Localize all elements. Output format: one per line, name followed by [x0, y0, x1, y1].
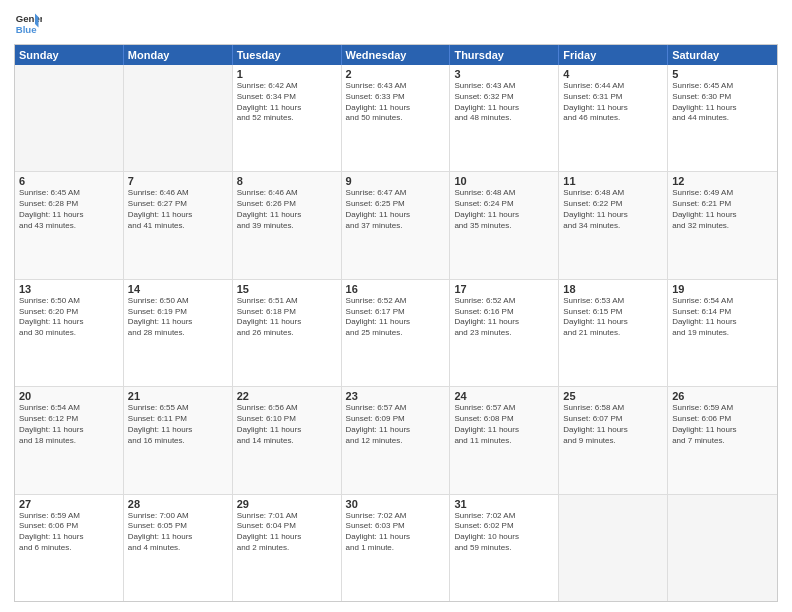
- day-number: 6: [19, 175, 119, 187]
- calendar-cell: 13Sunrise: 6:50 AMSunset: 6:20 PMDayligh…: [15, 280, 124, 386]
- calendar-cell: 30Sunrise: 7:02 AMSunset: 6:03 PMDayligh…: [342, 495, 451, 601]
- day-number: 12: [672, 175, 773, 187]
- calendar-cell: 31Sunrise: 7:02 AMSunset: 6:02 PMDayligh…: [450, 495, 559, 601]
- header-day-monday: Monday: [124, 45, 233, 65]
- calendar-cell: 10Sunrise: 6:48 AMSunset: 6:24 PMDayligh…: [450, 172, 559, 278]
- day-number: 16: [346, 283, 446, 295]
- logo: General Blue: [14, 10, 42, 38]
- calendar-cell: 29Sunrise: 7:01 AMSunset: 6:04 PMDayligh…: [233, 495, 342, 601]
- calendar-cell: 25Sunrise: 6:58 AMSunset: 6:07 PMDayligh…: [559, 387, 668, 493]
- day-number: 13: [19, 283, 119, 295]
- header-day-tuesday: Tuesday: [233, 45, 342, 65]
- calendar-cell: 12Sunrise: 6:49 AMSunset: 6:21 PMDayligh…: [668, 172, 777, 278]
- cell-info: Sunrise: 6:44 AMSunset: 6:31 PMDaylight:…: [563, 81, 663, 124]
- cell-info: Sunrise: 6:59 AMSunset: 6:06 PMDaylight:…: [19, 511, 119, 554]
- calendar-row-1: 1Sunrise: 6:42 AMSunset: 6:34 PMDaylight…: [15, 65, 777, 171]
- cell-info: Sunrise: 6:54 AMSunset: 6:14 PMDaylight:…: [672, 296, 773, 339]
- day-number: 5: [672, 68, 773, 80]
- cell-info: Sunrise: 6:58 AMSunset: 6:07 PMDaylight:…: [563, 403, 663, 446]
- cell-info: Sunrise: 6:45 AMSunset: 6:30 PMDaylight:…: [672, 81, 773, 124]
- cell-info: Sunrise: 7:02 AMSunset: 6:03 PMDaylight:…: [346, 511, 446, 554]
- day-number: 3: [454, 68, 554, 80]
- cell-info: Sunrise: 6:42 AMSunset: 6:34 PMDaylight:…: [237, 81, 337, 124]
- cell-info: Sunrise: 6:52 AMSunset: 6:16 PMDaylight:…: [454, 296, 554, 339]
- day-number: 30: [346, 498, 446, 510]
- day-number: 31: [454, 498, 554, 510]
- cell-info: Sunrise: 6:55 AMSunset: 6:11 PMDaylight:…: [128, 403, 228, 446]
- cell-info: Sunrise: 6:50 AMSunset: 6:20 PMDaylight:…: [19, 296, 119, 339]
- calendar-cell: 26Sunrise: 6:59 AMSunset: 6:06 PMDayligh…: [668, 387, 777, 493]
- day-number: 28: [128, 498, 228, 510]
- calendar-cell: 23Sunrise: 6:57 AMSunset: 6:09 PMDayligh…: [342, 387, 451, 493]
- cell-info: Sunrise: 6:43 AMSunset: 6:33 PMDaylight:…: [346, 81, 446, 124]
- calendar-body: 1Sunrise: 6:42 AMSunset: 6:34 PMDaylight…: [15, 65, 777, 601]
- calendar-cell: 20Sunrise: 6:54 AMSunset: 6:12 PMDayligh…: [15, 387, 124, 493]
- day-number: 19: [672, 283, 773, 295]
- day-number: 14: [128, 283, 228, 295]
- calendar-cell: 19Sunrise: 6:54 AMSunset: 6:14 PMDayligh…: [668, 280, 777, 386]
- calendar-cell: 15Sunrise: 6:51 AMSunset: 6:18 PMDayligh…: [233, 280, 342, 386]
- cell-info: Sunrise: 6:48 AMSunset: 6:24 PMDaylight:…: [454, 188, 554, 231]
- calendar-row-3: 13Sunrise: 6:50 AMSunset: 6:20 PMDayligh…: [15, 279, 777, 386]
- day-number: 21: [128, 390, 228, 402]
- header-day-wednesday: Wednesday: [342, 45, 451, 65]
- calendar-cell: 27Sunrise: 6:59 AMSunset: 6:06 PMDayligh…: [15, 495, 124, 601]
- cell-info: Sunrise: 7:01 AMSunset: 6:04 PMDaylight:…: [237, 511, 337, 554]
- calendar-cell: 24Sunrise: 6:57 AMSunset: 6:08 PMDayligh…: [450, 387, 559, 493]
- cell-info: Sunrise: 6:57 AMSunset: 6:09 PMDaylight:…: [346, 403, 446, 446]
- calendar-cell: [124, 65, 233, 171]
- day-number: 7: [128, 175, 228, 187]
- calendar-cell: [15, 65, 124, 171]
- day-number: 23: [346, 390, 446, 402]
- day-number: 26: [672, 390, 773, 402]
- calendar-cell: 7Sunrise: 6:46 AMSunset: 6:27 PMDaylight…: [124, 172, 233, 278]
- calendar-cell: 17Sunrise: 6:52 AMSunset: 6:16 PMDayligh…: [450, 280, 559, 386]
- cell-info: Sunrise: 7:00 AMSunset: 6:05 PMDaylight:…: [128, 511, 228, 554]
- cell-info: Sunrise: 6:54 AMSunset: 6:12 PMDaylight:…: [19, 403, 119, 446]
- logo-icon: General Blue: [14, 10, 42, 38]
- calendar-row-5: 27Sunrise: 6:59 AMSunset: 6:06 PMDayligh…: [15, 494, 777, 601]
- calendar-cell: 21Sunrise: 6:55 AMSunset: 6:11 PMDayligh…: [124, 387, 233, 493]
- calendar-cell: 6Sunrise: 6:45 AMSunset: 6:28 PMDaylight…: [15, 172, 124, 278]
- cell-info: Sunrise: 6:43 AMSunset: 6:32 PMDaylight:…: [454, 81, 554, 124]
- calendar-cell: 2Sunrise: 6:43 AMSunset: 6:33 PMDaylight…: [342, 65, 451, 171]
- cell-info: Sunrise: 6:51 AMSunset: 6:18 PMDaylight:…: [237, 296, 337, 339]
- cell-info: Sunrise: 6:59 AMSunset: 6:06 PMDaylight:…: [672, 403, 773, 446]
- header-day-saturday: Saturday: [668, 45, 777, 65]
- cell-info: Sunrise: 6:56 AMSunset: 6:10 PMDaylight:…: [237, 403, 337, 446]
- day-number: 24: [454, 390, 554, 402]
- cell-info: Sunrise: 6:45 AMSunset: 6:28 PMDaylight:…: [19, 188, 119, 231]
- calendar-cell: 5Sunrise: 6:45 AMSunset: 6:30 PMDaylight…: [668, 65, 777, 171]
- calendar-cell: 28Sunrise: 7:00 AMSunset: 6:05 PMDayligh…: [124, 495, 233, 601]
- calendar: SundayMondayTuesdayWednesdayThursdayFrid…: [14, 44, 778, 602]
- day-number: 25: [563, 390, 663, 402]
- calendar-cell: 9Sunrise: 6:47 AMSunset: 6:25 PMDaylight…: [342, 172, 451, 278]
- calendar-row-4: 20Sunrise: 6:54 AMSunset: 6:12 PMDayligh…: [15, 386, 777, 493]
- day-number: 15: [237, 283, 337, 295]
- calendar-cell: [668, 495, 777, 601]
- day-number: 11: [563, 175, 663, 187]
- calendar-cell: [559, 495, 668, 601]
- day-number: 18: [563, 283, 663, 295]
- day-number: 17: [454, 283, 554, 295]
- header-day-thursday: Thursday: [450, 45, 559, 65]
- calendar-header: SundayMondayTuesdayWednesdayThursdayFrid…: [15, 45, 777, 65]
- header-day-friday: Friday: [559, 45, 668, 65]
- cell-info: Sunrise: 6:48 AMSunset: 6:22 PMDaylight:…: [563, 188, 663, 231]
- day-number: 29: [237, 498, 337, 510]
- day-number: 8: [237, 175, 337, 187]
- day-number: 2: [346, 68, 446, 80]
- calendar-cell: 11Sunrise: 6:48 AMSunset: 6:22 PMDayligh…: [559, 172, 668, 278]
- day-number: 9: [346, 175, 446, 187]
- cell-info: Sunrise: 6:53 AMSunset: 6:15 PMDaylight:…: [563, 296, 663, 339]
- calendar-cell: 3Sunrise: 6:43 AMSunset: 6:32 PMDaylight…: [450, 65, 559, 171]
- cell-info: Sunrise: 6:46 AMSunset: 6:27 PMDaylight:…: [128, 188, 228, 231]
- day-number: 4: [563, 68, 663, 80]
- calendar-cell: 8Sunrise: 6:46 AMSunset: 6:26 PMDaylight…: [233, 172, 342, 278]
- day-number: 22: [237, 390, 337, 402]
- cell-info: Sunrise: 6:50 AMSunset: 6:19 PMDaylight:…: [128, 296, 228, 339]
- calendar-cell: 14Sunrise: 6:50 AMSunset: 6:19 PMDayligh…: [124, 280, 233, 386]
- calendar-cell: 4Sunrise: 6:44 AMSunset: 6:31 PMDaylight…: [559, 65, 668, 171]
- calendar-row-2: 6Sunrise: 6:45 AMSunset: 6:28 PMDaylight…: [15, 171, 777, 278]
- calendar-cell: 22Sunrise: 6:56 AMSunset: 6:10 PMDayligh…: [233, 387, 342, 493]
